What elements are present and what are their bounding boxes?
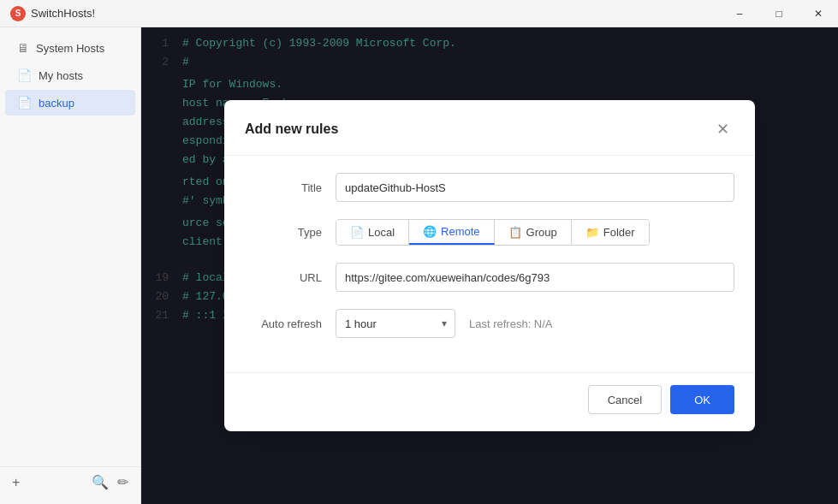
group-label: Group <box>526 226 557 239</box>
type-remote-button[interactable]: 🌐 Remote <box>409 220 495 245</box>
file-icon-myhosts: 📄 <box>17 68 32 82</box>
sidebar-item-label: System Hosts <box>36 42 104 55</box>
type-local-button[interactable]: 📄 Local <box>336 220 409 245</box>
window-controls: – □ ✕ <box>720 0 838 27</box>
remote-icon: 🌐 <box>423 225 437 238</box>
type-label: Type <box>245 226 322 239</box>
modal-title: Add new rules <box>245 122 338 137</box>
modal-close-button[interactable]: ✕ <box>710 117 734 141</box>
sidebar-item-label: My hosts <box>39 69 83 82</box>
group-icon: 📋 <box>508 226 522 239</box>
title-input[interactable] <box>336 173 734 202</box>
title-bar: S SwitchHosts! – □ ✕ <box>0 0 838 27</box>
minimize-button[interactable]: – <box>720 0 759 27</box>
cancel-button[interactable]: Cancel <box>588 385 662 414</box>
folder-label: Folder <box>603 226 635 239</box>
remote-label: Remote <box>441 225 480 238</box>
sidebar-item-backup[interactable]: 📄 backup <box>5 90 135 116</box>
search-icon[interactable]: 🔍 <box>92 474 109 490</box>
auto-refresh-row: Auto refresh 1 hour 30 minutes 2 hours 6… <box>245 309 734 338</box>
modal-footer: Cancel OK <box>224 372 755 431</box>
last-refresh-text: Last refresh: N/A <box>469 317 553 330</box>
add-host-button[interactable]: + <box>12 475 20 490</box>
app-logo: S SwitchHosts! <box>10 6 95 21</box>
refresh-select[interactable]: 1 hour 30 minutes 2 hours 6 hours 12 hou… <box>336 309 455 338</box>
title-row: Title <box>245 173 734 202</box>
url-label: URL <box>245 271 322 284</box>
refresh-select-wrapper: 1 hour 30 minutes 2 hours 6 hours 12 hou… <box>336 309 455 338</box>
app-name: SwitchHosts! <box>31 7 95 20</box>
type-group-button[interactable]: 📋 Group <box>495 220 572 245</box>
local-label: Local <box>368 226 395 239</box>
folder-icon: 📁 <box>585 226 599 239</box>
auto-refresh-label: Auto refresh <box>245 317 322 330</box>
url-input[interactable] <box>336 263 734 292</box>
modal-body: Title Type 📄 Local 🌐 <box>224 156 755 372</box>
refresh-controls: 1 hour 30 minutes 2 hours 6 hours 12 hou… <box>336 309 553 338</box>
monitor-icon: 🖥 <box>17 41 29 55</box>
sidebar-item-my-hosts[interactable]: 📄 My hosts <box>5 62 135 88</box>
modal-overlay: Add new rules ✕ Title Type <box>141 27 838 504</box>
url-row: URL <box>245 263 734 292</box>
add-rules-modal: Add new rules ✕ Title Type <box>224 100 755 431</box>
ok-button[interactable]: OK <box>670 385 734 414</box>
file-icon-backup: 📄 <box>17 96 32 110</box>
maximize-button[interactable]: □ <box>759 0 799 27</box>
type-folder-button[interactable]: 📁 Folder <box>572 220 649 245</box>
sidebar: 🖥 System Hosts 📄 My hosts 📄 backup + 🔍 ✏ <box>0 27 141 504</box>
local-icon: 📄 <box>350 226 364 239</box>
edit-icon[interactable]: ✏ <box>117 474 128 490</box>
modal-header: Add new rules ✕ <box>224 100 755 156</box>
sidebar-item-label: backup <box>39 97 74 110</box>
main-content: 1 # Copyright (c) 1993-2009 Microsoft Co… <box>141 27 838 504</box>
app-body: 🖥 System Hosts 📄 My hosts 📄 backup + 🔍 ✏… <box>0 27 838 504</box>
title-label: Title <box>245 181 322 194</box>
type-row: Type 📄 Local 🌐 Remote 📋 <box>245 219 734 246</box>
close-button[interactable]: ✕ <box>799 0 838 27</box>
logo-icon: S <box>10 6 26 21</box>
type-group: 📄 Local 🌐 Remote 📋 Group <box>336 219 650 246</box>
sidebar-footer: + 🔍 ✏ <box>0 466 140 497</box>
sidebar-item-system-hosts[interactable]: 🖥 System Hosts <box>5 35 135 61</box>
